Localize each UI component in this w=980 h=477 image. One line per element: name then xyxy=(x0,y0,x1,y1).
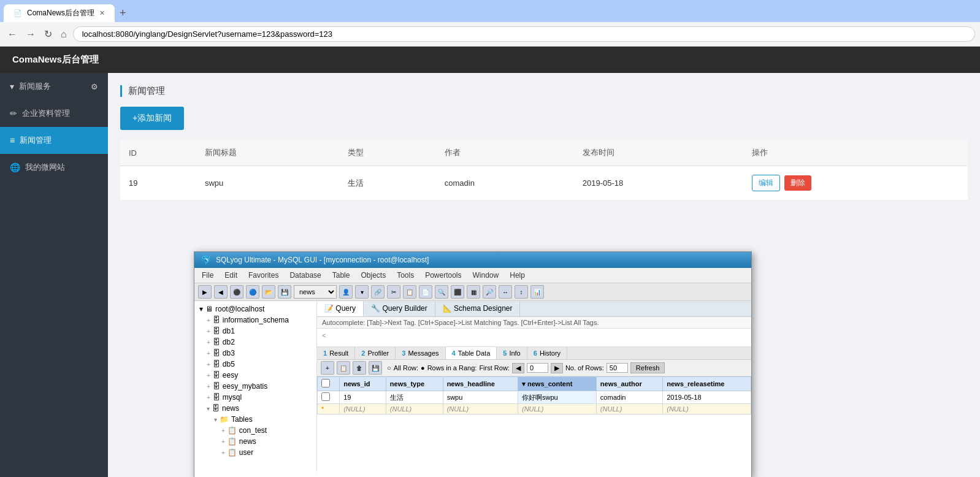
expand-icon: + xyxy=(207,317,210,324)
col-news-type[interactable]: news_type xyxy=(386,377,443,391)
tree-item-db2[interactable]: + 🗄 db2 xyxy=(197,337,314,348)
select-all-checkbox[interactable] xyxy=(321,379,330,387)
refresh-button[interactable]: Refresh xyxy=(630,362,665,373)
col-news-headline[interactable]: news_headline xyxy=(443,377,518,391)
menu-file[interactable]: File xyxy=(197,269,218,281)
toolbar-btn-2[interactable]: ◀ xyxy=(214,285,228,299)
tree-item-db1[interactable]: + 🗄 db1 xyxy=(197,326,314,337)
result-tab-2[interactable]: 2 Profiler xyxy=(355,347,396,359)
toolbar-btn-3[interactable]: ⚫ xyxy=(230,285,243,299)
col-news-id[interactable]: news_id xyxy=(340,377,386,391)
result-tab-6[interactable]: 6 History xyxy=(527,347,567,359)
toolbar-btn-5[interactable]: 📂 xyxy=(262,285,275,299)
toolbar-btn-17[interactable]: ↔ xyxy=(499,285,512,299)
toolbar-btn-9[interactable]: 🔗 xyxy=(371,285,385,299)
tab-query-builder[interactable]: 🔧 Query Builder xyxy=(364,301,435,316)
tree-item-eesy[interactable]: + 🗄 eesy xyxy=(197,370,314,381)
sidebar-item-company-info[interactable]: ✏ 企业资料管理 xyxy=(0,100,108,127)
toolbar-btn-10[interactable]: ✂ xyxy=(387,285,400,299)
toolbar-btn-1[interactable]: ▶ xyxy=(198,285,212,299)
tree-item-eesy-mybatis[interactable]: + 🗄 eesy_mybatis xyxy=(197,381,314,392)
menu-table[interactable]: Table xyxy=(327,269,355,281)
result-tab-1[interactable]: 1 Result xyxy=(317,347,355,359)
tab-schema-designer[interactable]: 📐 Schema Designer xyxy=(435,301,521,316)
menu-tools[interactable]: Tools xyxy=(392,269,419,281)
reload-button[interactable]: ↻ xyxy=(42,26,55,42)
gear-icon[interactable]: ⚙ xyxy=(91,82,98,91)
tree-root[interactable]: ▾ 🖥 root@localhost xyxy=(197,303,314,315)
first-row-input[interactable] xyxy=(527,363,548,373)
no-of-rows-input[interactable] xyxy=(607,363,628,373)
toolbar-btn-14[interactable]: ⬛ xyxy=(451,285,464,299)
cell-news-headline: swpu xyxy=(443,391,518,404)
back-button[interactable]: ← xyxy=(5,26,20,42)
tab-query[interactable]: 📝 Query xyxy=(317,301,364,316)
menu-edit[interactable]: Edit xyxy=(220,269,242,281)
next-page-btn[interactable]: ▶ xyxy=(551,363,563,373)
toolbar-btn-12[interactable]: 📄 xyxy=(419,285,432,299)
tree-item-mysql[interactable]: + 🗄 mysql xyxy=(197,392,314,403)
toolbar-copy-btn[interactable]: 📋 xyxy=(337,361,350,375)
expand-icon: + xyxy=(207,394,210,401)
toolbar-insert-btn[interactable]: + xyxy=(321,361,334,375)
toolbar-btn-13[interactable]: 🔍 xyxy=(435,285,448,299)
cell-time: 2019-05-18 xyxy=(574,166,743,200)
result-tab-5[interactable]: 5 Info xyxy=(497,347,527,359)
toolbar-save-btn[interactable]: 💾 xyxy=(369,361,382,375)
col-news-author[interactable]: news_author xyxy=(596,377,662,391)
active-tab[interactable]: 📄 ComaNews后台管理 ✕ xyxy=(4,4,115,22)
query-area[interactable]: < xyxy=(317,329,751,347)
toolbar-btn-11[interactable]: 📋 xyxy=(403,285,416,299)
edit-button[interactable]: 编辑 xyxy=(752,175,780,191)
tab-label: Profiler xyxy=(367,349,389,357)
tree-item-news[interactable]: ▾ 🗄 news xyxy=(197,403,314,414)
sidebar-item-news-service[interactable]: ▾ 新闻服务 ⚙ xyxy=(0,73,108,100)
row-checkbox-cell[interactable] xyxy=(318,391,340,404)
forward-button[interactable]: → xyxy=(23,26,38,42)
menu-database[interactable]: Database xyxy=(285,269,326,281)
prev-page-btn[interactable]: ◀ xyxy=(512,363,524,373)
result-tab-3[interactable]: 3 Messages xyxy=(396,347,445,359)
result-tab-4[interactable]: 4 Table Data xyxy=(446,347,497,359)
tree-item-con-test[interactable]: + 📋 con_test xyxy=(197,425,314,436)
sidebar-item-my-site[interactable]: 🌐 我的微网站 xyxy=(0,154,108,181)
new-tab-button[interactable]: + xyxy=(115,4,131,22)
toolbar-delete-btn[interactable]: 🗑 xyxy=(353,361,366,375)
menu-window[interactable]: Window xyxy=(468,269,504,281)
toolbar-btn-18[interactable]: ↕ xyxy=(515,285,528,299)
sqlyog-scroll-area[interactable]: news_id news_type news_headline ▾ news_c… xyxy=(317,376,751,471)
tree-item-tables[interactable]: ▾ 📁 Tables xyxy=(197,414,314,425)
db-selector[interactable]: news xyxy=(294,285,337,299)
add-news-button[interactable]: +添加新闻 xyxy=(120,107,184,130)
tree-item-user[interactable]: + 📋 user xyxy=(197,447,314,458)
cell-news-id: 19 xyxy=(340,391,386,404)
sidebar-item-news-manage[interactable]: ≡ 新闻管理 xyxy=(0,127,108,154)
cell-null-id: (NULL) xyxy=(340,404,386,414)
row-checkbox[interactable] xyxy=(321,392,330,401)
delete-button[interactable]: 删除 xyxy=(784,175,811,191)
menu-help[interactable]: Help xyxy=(505,269,530,281)
tree-item-db5[interactable]: + 🗄 db5 xyxy=(197,359,314,370)
home-button[interactable]: ⌂ xyxy=(58,26,69,42)
tree-item-news-table[interactable]: + 📋 news xyxy=(197,436,314,447)
toolbar-btn-8[interactable]: ▾ xyxy=(355,285,369,299)
tab-close-icon[interactable]: ✕ xyxy=(99,9,105,17)
toolbar-btn-19[interactable]: 📊 xyxy=(530,285,544,299)
col-news-content[interactable]: ▾ news_content xyxy=(518,377,596,391)
tree-item-db3[interactable]: + 🗄 db3 xyxy=(197,348,314,359)
toolbar-btn-4[interactable]: 🔵 xyxy=(246,285,259,299)
all-rows-label: All Row: xyxy=(394,364,418,372)
col-checkbox-header[interactable] xyxy=(318,377,340,391)
menu-objects[interactable]: Objects xyxy=(356,269,391,281)
tree-label: user xyxy=(239,448,253,457)
menu-powertools[interactable]: Powertools xyxy=(420,269,466,281)
table-row: 19 swpu 生活 comadin 2019-05-18 编辑 删除 xyxy=(120,166,968,200)
menu-favorites[interactable]: Favorites xyxy=(243,269,283,281)
tree-item-information-schema[interactable]: + 🗄 information_schema xyxy=(197,315,314,326)
toolbar-btn-7[interactable]: 👤 xyxy=(339,285,353,299)
toolbar-btn-16[interactable]: 🔎 xyxy=(483,285,496,299)
toolbar-btn-15[interactable]: ▦ xyxy=(467,285,480,299)
address-bar[interactable] xyxy=(73,26,975,42)
col-news-releasetime[interactable]: news_releasetime xyxy=(663,377,751,391)
toolbar-btn-6[interactable]: 💾 xyxy=(278,285,291,299)
